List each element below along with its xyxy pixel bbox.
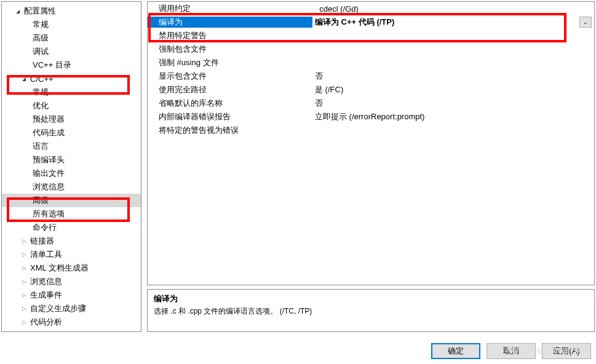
prop-label: 强制包含文件 bbox=[148, 44, 312, 55]
tree-item-general[interactable]: 常规 bbox=[2, 18, 141, 31]
prop-value: 编译为 C++ 代码 (/TP) bbox=[312, 17, 579, 28]
prop-row-force-using[interactable]: 强制 #using 文件 bbox=[148, 56, 594, 69]
expander-icon[interactable] bbox=[20, 318, 28, 326]
tree-item-cpp-pch[interactable]: 预编译头 bbox=[2, 153, 141, 167]
prop-label: 编译为 bbox=[148, 17, 312, 28]
tree-node-ccpp[interactable]: C/C++ bbox=[2, 72, 141, 85]
tree-node-browseinfo[interactable]: 浏览信息 bbox=[2, 275, 141, 288]
desc-text: 选择 .c 和 .cpp 文件的编译语言选项。 (/TC, /TP) bbox=[154, 306, 588, 317]
prop-label: 使用完全路径 bbox=[148, 84, 312, 95]
expander-icon[interactable] bbox=[14, 7, 22, 15]
prop-row-calling-convention[interactable]: 调用约定 _cdecl (/Gd) bbox=[148, 2, 594, 15]
tree-node-custombuild[interactable]: 自定义生成步骤 bbox=[2, 302, 141, 315]
description-box: 编译为 选择 .c 和 .cpp 文件的编译语言选项。 (/TC, /TP) bbox=[147, 289, 595, 332]
prop-label: 将特定的警告视为错误 bbox=[148, 125, 312, 136]
prop-row-warn-as-error[interactable]: 将特定的警告视为错误 bbox=[148, 124, 594, 137]
expander-icon[interactable] bbox=[20, 305, 28, 312]
prop-value: 立即提示 (/errorReport:prompt) bbox=[312, 111, 594, 122]
watermark-text: https://blog.csdn.net/yinkk bbox=[506, 346, 591, 354]
expander-icon[interactable] bbox=[20, 75, 28, 82]
tree-item-cpp-output[interactable]: 输出文件 bbox=[2, 167, 141, 180]
prop-row-disable-warnings[interactable]: 禁用特定警告 bbox=[148, 29, 594, 42]
chevron-down-icon: ⌄ bbox=[583, 19, 588, 25]
tree-item-debug[interactable]: 调试 bbox=[2, 45, 141, 58]
expander-icon[interactable] bbox=[20, 264, 28, 272]
desc-title: 编译为 bbox=[154, 293, 588, 304]
expander-icon[interactable] bbox=[20, 237, 28, 245]
property-grid: 调用约定 _cdecl (/Gd) 编译为 编译为 C++ 代码 (/TP) ⌄… bbox=[147, 1, 595, 285]
prop-label: 强制 #using 文件 bbox=[148, 57, 312, 68]
prop-value: 否 bbox=[312, 71, 594, 82]
tree-item-cpp-preproc[interactable]: 预处理器 bbox=[2, 113, 141, 126]
tree-item-cpp-general[interactable]: 常规 bbox=[2, 85, 141, 99]
config-tree-panel: 配置属性 常规 高级 调试 VC++ 目录 C/C++ 常规 优化 预处理器 代… bbox=[1, 1, 141, 332]
prop-row-omit-libnames[interactable]: 省略默认的库名称 否 bbox=[148, 97, 594, 110]
expander-icon[interactable] bbox=[20, 251, 28, 258]
tree-item-cpp-browse[interactable]: 浏览信息 bbox=[2, 180, 141, 194]
prop-row-force-include[interactable]: 强制包含文件 bbox=[148, 42, 594, 56]
tree-label: C/C++ bbox=[29, 74, 54, 84]
tree-node-buildevents[interactable]: 生成事件 bbox=[2, 288, 141, 302]
ok-button[interactable]: 确定 bbox=[431, 343, 480, 359]
tree-item-cpp-advanced[interactable]: 高级 bbox=[2, 194, 141, 207]
prop-value: _cdecl (/Gd) bbox=[312, 4, 594, 14]
tree-item-advanced[interactable]: 高级 bbox=[2, 31, 141, 45]
prop-label: 禁用特定警告 bbox=[148, 30, 312, 41]
expander-icon[interactable] bbox=[20, 278, 28, 285]
dropdown-button[interactable]: ⌄ bbox=[579, 17, 592, 28]
tree-item-cpp-all[interactable]: 所有选项 bbox=[2, 207, 141, 221]
prop-row-full-paths[interactable]: 使用完全路径 是 (/FC) bbox=[148, 83, 594, 97]
tree-item-cpp-cmdline[interactable]: 命令行 bbox=[2, 221, 141, 234]
tree-node-config-props[interactable]: 配置属性 bbox=[2, 4, 141, 18]
prop-row-show-includes[interactable]: 显示包含文件 否 bbox=[148, 69, 594, 83]
tree-item-vcdir[interactable]: VC++ 目录 bbox=[2, 58, 141, 72]
tree-node-xmldoc[interactable]: XML 文档生成器 bbox=[2, 261, 141, 275]
tree-item-cpp-codegen[interactable]: 代码生成 bbox=[2, 126, 141, 140]
prop-label: 内部编译器错误报告 bbox=[148, 111, 312, 122]
tree-node-linker[interactable]: 链接器 bbox=[2, 234, 141, 248]
tree-item-cpp-opt[interactable]: 优化 bbox=[2, 99, 141, 113]
prop-row-error-report[interactable]: 内部编译器错误报告 立即提示 (/errorReport:prompt) bbox=[148, 110, 594, 124]
prop-label: 显示包含文件 bbox=[148, 71, 312, 82]
prop-label: 省略默认的库名称 bbox=[148, 98, 312, 109]
tree-label: 配置属性 bbox=[23, 6, 56, 17]
prop-row-compile-as[interactable]: 编译为 编译为 C++ 代码 (/TP) ⌄ bbox=[148, 15, 594, 29]
tree-node-codeanalysis[interactable]: 代码分析 bbox=[2, 315, 141, 329]
tree-node-manifest[interactable]: 清单工具 bbox=[2, 248, 141, 261]
prop-value: 否 bbox=[312, 98, 594, 109]
prop-label: 调用约定 bbox=[148, 3, 312, 14]
tree-item-cpp-lang[interactable]: 语言 bbox=[2, 140, 141, 153]
expander-icon[interactable] bbox=[20, 291, 28, 299]
prop-value: 是 (/FC) bbox=[312, 84, 594, 95]
